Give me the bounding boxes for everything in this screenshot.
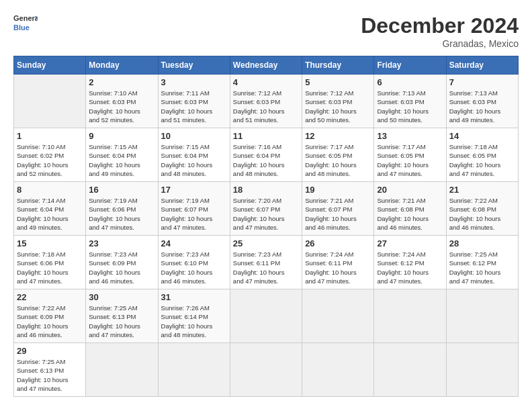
calendar-cell [158,343,230,397]
calendar-cell: 6Sunrise: 7:13 AMSunset: 6:03 PMDaylight… [374,75,446,128]
day-number: 19 [305,185,371,195]
day-info: Sunrise: 7:17 AMSunset: 6:05 PMDaylight:… [305,143,357,177]
day-number: 27 [377,238,443,248]
calendar-cell: 28Sunrise: 7:25 AMSunset: 6:12 PMDayligh… [446,236,518,289]
calendar-cell [446,343,518,397]
day-info: Sunrise: 7:23 AMSunset: 6:09 PMDaylight:… [89,250,140,285]
day-number: 12 [305,131,371,141]
day-info: Sunrise: 7:24 AMSunset: 6:12 PMDaylight:… [377,250,429,285]
logo-icon: General Blue [13,13,38,34]
calendar-cell: 26Sunrise: 7:24 AMSunset: 6:11 PMDayligh… [302,236,374,289]
day-info: Sunrise: 7:13 AMSunset: 6:03 PMDaylight:… [449,89,501,124]
calendar-cell: 27Sunrise: 7:24 AMSunset: 6:12 PMDayligh… [374,236,446,289]
calendar-cell: 3Sunrise: 7:11 AMSunset: 6:03 PMDaylight… [158,75,230,128]
calendar-cell: 17Sunrise: 7:19 AMSunset: 6:07 PMDayligh… [158,182,230,236]
day-number: 13 [377,131,443,141]
day-number: 30 [89,292,154,302]
day-info: Sunrise: 7:18 AMSunset: 6:05 PMDaylight:… [449,143,501,177]
calendar-cell [86,343,158,397]
day-info: Sunrise: 7:10 AMSunset: 6:02 PMDaylight:… [17,143,69,177]
calendar-title: December 2024 [361,13,519,38]
calendar-cell: 9Sunrise: 7:15 AMSunset: 6:04 PMDaylight… [86,128,158,182]
day-number: 8 [17,185,83,195]
calendar-cell: 4Sunrise: 7:12 AMSunset: 6:03 PMDaylight… [230,75,302,128]
day-number: 24 [161,238,227,248]
calendar-cell: 11Sunrise: 7:16 AMSunset: 6:04 PMDayligh… [230,128,302,182]
day-number: 23 [89,238,154,248]
day-number: 31 [161,292,227,302]
day-info: Sunrise: 7:16 AMSunset: 6:04 PMDaylight:… [233,143,285,177]
weekday-header: Wednesday [230,56,302,75]
day-info: Sunrise: 7:21 AMSunset: 6:08 PMDaylight:… [377,197,429,231]
calendar-cell: 29Sunrise: 7:25 AMSunset: 6:13 PMDayligh… [14,343,86,397]
day-info: Sunrise: 7:22 AMSunset: 6:08 PMDaylight:… [449,197,501,231]
day-number: 9 [89,131,154,141]
day-info: Sunrise: 7:15 AMSunset: 6:04 PMDaylight:… [89,143,140,177]
day-number: 26 [305,238,371,248]
day-number: 14 [449,131,515,141]
day-info: Sunrise: 7:11 AMSunset: 6:03 PMDaylight:… [161,89,213,124]
calendar-cell: 20Sunrise: 7:21 AMSunset: 6:08 PMDayligh… [374,182,446,236]
calendar-cell: 18Sunrise: 7:20 AMSunset: 6:07 PMDayligh… [230,182,302,236]
day-number: 2 [89,77,154,87]
calendar-cell: 10Sunrise: 7:15 AMSunset: 6:04 PMDayligh… [158,128,230,182]
calendar-table: SundayMondayTuesdayWednesdayThursdayFrid… [13,56,519,397]
calendar-cell: 22Sunrise: 7:22 AMSunset: 6:09 PMDayligh… [14,289,86,343]
day-info: Sunrise: 7:18 AMSunset: 6:06 PMDaylight:… [17,250,69,285]
day-info: Sunrise: 7:14 AMSunset: 6:04 PMDaylight:… [17,197,69,231]
day-number: 16 [89,185,154,195]
day-info: Sunrise: 7:12 AMSunset: 6:03 PMDaylight:… [233,89,285,124]
day-number: 6 [377,77,443,87]
day-info: Sunrise: 7:10 AMSunset: 6:03 PMDaylight:… [89,89,140,124]
calendar-cell: 5Sunrise: 7:12 AMSunset: 6:03 PMDaylight… [302,75,374,128]
weekday-header: Sunday [14,56,86,75]
day-number: 18 [233,185,299,195]
calendar-cell [446,289,518,343]
weekday-header: Friday [374,56,446,75]
title-block: December 2024 Granadas, Mexico [361,13,519,49]
weekday-header: Saturday [446,56,518,75]
day-info: Sunrise: 7:23 AMSunset: 6:11 PMDaylight:… [233,250,285,285]
day-number: 10 [161,131,227,141]
weekday-header: Tuesday [158,56,230,75]
calendar-cell: 8Sunrise: 7:14 AMSunset: 6:04 PMDaylight… [14,182,86,236]
day-number: 4 [233,77,299,87]
calendar-cell: 19Sunrise: 7:21 AMSunset: 6:07 PMDayligh… [302,182,374,236]
day-info: Sunrise: 7:20 AMSunset: 6:07 PMDaylight:… [233,197,285,231]
calendar-cell [374,289,446,343]
day-info: Sunrise: 7:15 AMSunset: 6:04 PMDaylight:… [161,143,213,177]
logo: General Blue [13,13,38,34]
day-number: 5 [305,77,371,87]
day-info: Sunrise: 7:19 AMSunset: 6:07 PMDaylight:… [161,197,213,231]
calendar-cell: 13Sunrise: 7:17 AMSunset: 6:05 PMDayligh… [374,128,446,182]
day-number: 20 [377,185,443,195]
calendar-cell [302,343,374,397]
day-number: 7 [449,77,515,87]
page-header: General Blue December 2024 Granadas, Mex… [13,13,519,49]
calendar-cell: 16Sunrise: 7:19 AMSunset: 6:06 PMDayligh… [86,182,158,236]
calendar-cell: 1Sunrise: 7:10 AMSunset: 6:02 PMDaylight… [14,128,86,182]
day-info: Sunrise: 7:26 AMSunset: 6:14 PMDaylight:… [161,304,213,338]
day-info: Sunrise: 7:25 AMSunset: 6:13 PMDaylight:… [89,304,140,338]
day-number: 28 [449,238,515,248]
calendar-cell: 2Sunrise: 7:10 AMSunset: 6:03 PMDaylight… [86,75,158,128]
day-info: Sunrise: 7:22 AMSunset: 6:09 PMDaylight:… [17,304,69,338]
day-info: Sunrise: 7:21 AMSunset: 6:07 PMDaylight:… [305,197,357,231]
calendar-cell: 15Sunrise: 7:18 AMSunset: 6:06 PMDayligh… [14,236,86,289]
calendar-cell: 21Sunrise: 7:22 AMSunset: 6:08 PMDayligh… [446,182,518,236]
day-number: 11 [233,131,299,141]
calendar-cell: 31Sunrise: 7:26 AMSunset: 6:14 PMDayligh… [158,289,230,343]
day-number: 17 [161,185,227,195]
calendar-cell: 14Sunrise: 7:18 AMSunset: 6:05 PMDayligh… [446,128,518,182]
calendar-cell [230,343,302,397]
day-info: Sunrise: 7:13 AMSunset: 6:03 PMDaylight:… [377,89,429,124]
day-info: Sunrise: 7:23 AMSunset: 6:10 PMDaylight:… [161,250,213,285]
calendar-cell [14,75,86,128]
day-number: 1 [17,131,83,141]
day-number: 15 [17,238,83,248]
calendar-cell: 23Sunrise: 7:23 AMSunset: 6:09 PMDayligh… [86,236,158,289]
weekday-header: Thursday [302,56,374,75]
calendar-cell: 12Sunrise: 7:17 AMSunset: 6:05 PMDayligh… [302,128,374,182]
calendar-subtitle: Granadas, Mexico [361,38,519,49]
calendar-cell [230,289,302,343]
